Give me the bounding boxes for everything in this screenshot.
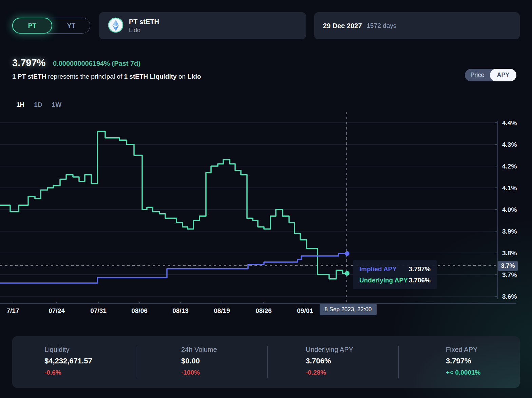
chart-canvas[interactable]: 4.4%4.3%4.2%4.1%4.0%3.9%3.8%3.7%3.6%7/17…	[0, 112, 532, 319]
market-stats-bar: Liquidity $4,232,671.57 -0.6% 24h Volume…	[12, 336, 520, 388]
tooltip-row-underlying: Underlying APY 3.706%	[359, 277, 431, 284]
chart-tooltip: Implied APY 3.797% Underlying APY 3.706%	[353, 260, 437, 289]
yt-tab[interactable]: YT	[52, 18, 90, 34]
maturity-selector-card[interactable]: 29 Dec 2027 1572 days	[314, 12, 520, 39]
svg-text:08/26: 08/26	[255, 307, 272, 314]
pt-tab[interactable]: PT	[12, 18, 52, 34]
svg-text:08/19: 08/19	[214, 307, 230, 314]
svg-text:3.7%: 3.7%	[502, 271, 517, 278]
stat-liquidity: Liquidity $4,232,671.57 -0.6%	[44, 346, 92, 376]
svg-text:3.6%: 3.6%	[502, 293, 517, 300]
apy-change-7d: 0.000000006194% (Past 7d)	[53, 60, 140, 67]
market-description: 1 PT stETH represents the principal of 1…	[12, 73, 201, 80]
stat-24h-volume: 24h Volume $0.00 -100%	[181, 346, 217, 376]
stat-label: Fixed APY	[446, 346, 480, 354]
svg-text:07/24: 07/24	[49, 307, 65, 314]
svg-text:09/01: 09/01	[297, 307, 313, 314]
svg-text:3.9%: 3.9%	[502, 228, 517, 235]
svg-text:4.2%: 4.2%	[502, 163, 517, 170]
tooltip-underlying-value: 3.706%	[409, 277, 431, 284]
stat-fixed-apy: Fixed APY 3.797% +< 0.0001%	[446, 346, 480, 376]
stat-delta: -100%	[181, 369, 217, 376]
svg-text:3.8%: 3.8%	[502, 250, 517, 257]
pt-yt-toggle: PT YT	[12, 18, 90, 34]
tooltip-row-implied: Implied APY 3.797%	[359, 265, 431, 273]
stat-delta: -0.6%	[44, 369, 92, 376]
svg-text:08/06: 08/06	[131, 307, 148, 314]
tooltip-underlying-label: Underlying APY	[359, 277, 408, 284]
tooltip-implied-value: 3.797%	[409, 265, 431, 273]
token-name: PT stETH	[129, 18, 159, 26]
svg-text:7/17: 7/17	[7, 307, 19, 314]
crosshair-y-label: 3.7%	[498, 261, 518, 271]
svg-text:4.4%: 4.4%	[502, 119, 517, 126]
stat-label: Underlying APY	[306, 346, 353, 354]
divider	[136, 346, 136, 378]
svg-text:4.1%: 4.1%	[502, 184, 517, 192]
price-toggle-option[interactable]: Price	[465, 72, 490, 79]
stat-delta: -0.28%	[306, 369, 353, 376]
token-protocol: Lido	[129, 27, 159, 34]
stat-value: 3.706%	[306, 357, 353, 365]
stat-label: 24h Volume	[181, 346, 217, 354]
stat-value: $4,232,671.57	[44, 357, 92, 365]
apy-toggle-option[interactable]: APY	[490, 69, 516, 81]
crosshair-x-label: 8 Sep 2023, 22:00	[320, 304, 377, 315]
tooltip-implied-label: Implied APY	[359, 265, 397, 273]
apy-chart[interactable]: 4.4%4.3%4.2%4.1%4.0%3.9%3.8%3.7%3.6%7/17…	[0, 112, 532, 319]
tab-1d[interactable]: 1D	[34, 101, 42, 108]
svg-text:07/31: 07/31	[90, 307, 107, 314]
svg-text:4.0%: 4.0%	[502, 206, 517, 213]
stat-delta: +< 0.0001%	[446, 369, 480, 376]
steth-token-icon	[108, 17, 124, 34]
timeframe-tabs: 1H 1D 1W	[16, 101, 61, 108]
headline-apy: 3.797%	[12, 57, 45, 68]
svg-text:08/13: 08/13	[172, 307, 189, 314]
divider	[267, 346, 268, 378]
divider	[398, 346, 399, 378]
stat-value: $0.00	[181, 357, 217, 365]
tab-1w[interactable]: 1W	[52, 101, 62, 108]
stat-label: Liquidity	[44, 346, 92, 354]
maturity-date: 29 Dec 2027	[323, 22, 362, 30]
svg-text:4.3%: 4.3%	[502, 141, 517, 148]
page: PT YT PT stETH Lido 29 Dec 2027 1572 day…	[0, 0, 532, 398]
tab-1h[interactable]: 1H	[16, 101, 24, 108]
stat-underlying-apy: Underlying APY 3.706% -0.28%	[306, 346, 353, 376]
price-apy-toggle: Price APY	[465, 69, 516, 81]
stat-value: 3.797%	[446, 357, 480, 365]
token-texts: PT stETH Lido	[129, 18, 159, 34]
token-selector-card[interactable]: PT stETH Lido	[99, 12, 306, 39]
maturity-days: 1572 days	[367, 22, 397, 29]
